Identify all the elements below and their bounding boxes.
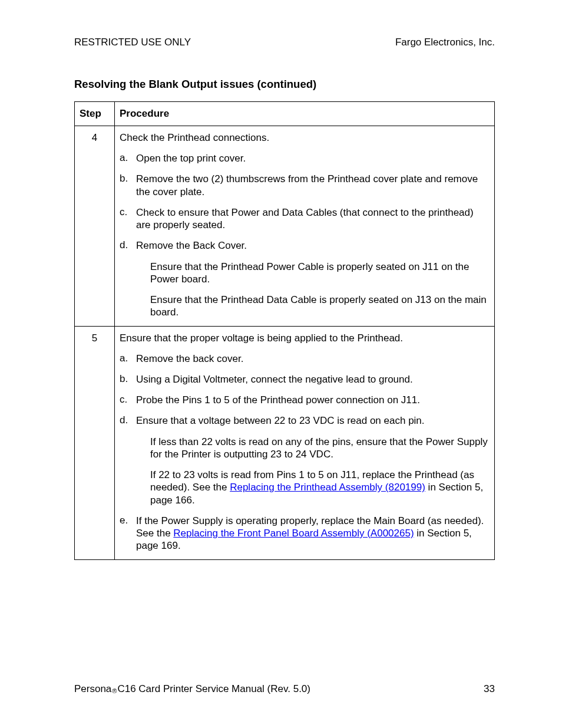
item-text: Open the top print cover. [136,152,490,164]
page-number: 33 [484,683,495,695]
sub-note: Ensure that the Printhead Power Cable is… [150,261,490,286]
footer-brand: Persona [74,683,111,695]
procedure-cell: Ensure that the proper voltage is being … [115,326,495,559]
item-marker: b. [120,373,136,386]
procedure-lead: Check the Printhead connections. [120,132,490,144]
list-item: c. Check to ensure that Power and Data C… [120,206,490,232]
item-marker: a. [120,353,136,365]
item-text: Check to ensure that Power and Data Cabl… [136,206,490,232]
item-marker: e. [120,515,136,552]
sub-note: If 22 to 23 volts is read from Pins 1 to… [150,469,490,506]
item-text: Remove the Back Cover. [136,239,490,252]
footer-left: Persona® C16 Card Printer Service Manual… [74,683,310,695]
item-marker: c. [120,394,136,406]
item-text: Ensure that a voltage between 22 to 23 V… [136,414,490,427]
item-text: If the Power Supply is operating properl… [136,515,490,552]
list-item: b. Using a Digital Voltmeter, connect th… [120,373,490,386]
link-replace-front-panel-board[interactable]: Replacing the Front Panel Board Assembly… [173,528,414,539]
item-text: Remove the back cover. [136,353,490,365]
table-row: 4 Check the Printhead connections. a. Op… [75,126,495,327]
page-footer: Persona® C16 Card Printer Service Manual… [74,683,495,695]
step-number: 4 [75,126,115,327]
item-text: Remove the two (2) thumbscrews from the … [136,173,490,198]
table-header-row: Step Procedure [75,102,495,126]
list-item: a. Remove the back cover. [120,353,490,365]
item-marker: b. [120,173,136,198]
list-item: d. Ensure that a voltage between 22 to 2… [120,414,490,427]
item-marker: d. [120,414,136,427]
table-row: 5 Ensure that the proper voltage is bein… [75,326,495,559]
sub-note: If less than 22 volts is read on any of … [150,436,490,461]
page-header: RESTRICTED USE ONLY Fargo Electronics, I… [74,37,495,48]
registered-icon: ® [112,687,117,694]
header-right: Fargo Electronics, Inc. [395,37,495,48]
procedure-lead: Ensure that the proper voltage is being … [120,332,490,344]
list-item: c. Probe the Pins 1 to 5 of the Printhea… [120,394,490,406]
list-item: e. If the Power Supply is operating prop… [120,515,490,552]
item-text: Using a Digital Voltmeter, connect the n… [136,373,490,386]
link-replace-printhead[interactable]: Replacing the Printhead Assembly (820199… [230,482,425,493]
list-item: b. Remove the two (2) thumbscrews from t… [120,173,490,198]
list-item: d. Remove the Back Cover. [120,239,490,252]
col-header-procedure: Procedure [115,102,495,126]
procedure-table: Step Procedure 4 Check the Printhead con… [74,101,495,560]
procedure-cell: Check the Printhead connections. a. Open… [115,126,495,327]
sub-note: Ensure that the Printhead Data Cable is … [150,294,490,319]
list-item: a. Open the top print cover. [120,152,490,164]
item-text: Probe the Pins 1 to 5 of the Printhead p… [136,394,490,406]
item-marker: a. [120,152,136,164]
col-header-step: Step [75,102,115,126]
header-left: RESTRICTED USE ONLY [74,37,191,48]
footer-tail: C16 Card Printer Service Manual (Rev. 5.… [117,683,310,695]
step-number: 5 [75,326,115,559]
item-marker: c. [120,206,136,232]
item-marker: d. [120,239,136,252]
section-heading: Resolving the Blank Output issues (conti… [74,78,495,91]
